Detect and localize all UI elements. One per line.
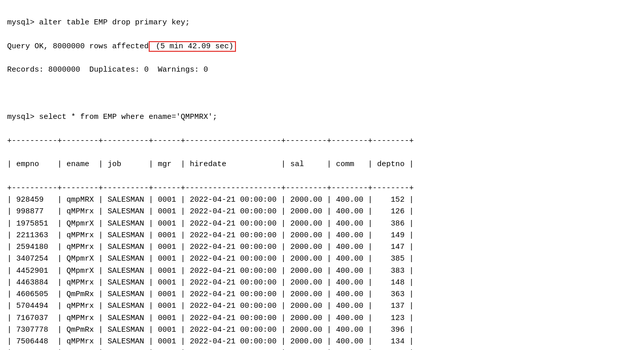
table-row: | 7307778 | QmPmRx | SALESMAN | 0001 | 2… xyxy=(7,326,414,334)
separator-header: +----------+--------+----------+------+-… xyxy=(7,184,414,193)
table-row: | 4463884 | qMPMrx | SALESMAN | 0001 | 2… xyxy=(7,278,414,287)
table-rows: | 928459 | qmpMRX | SALESMAN | 0001 | 20… xyxy=(7,194,637,350)
table-row: | 998877 | qMPMrx | SALESMAN | 0001 | 20… xyxy=(7,207,414,216)
table-row: | 5704494 | qMPMrx | SALESMAN | 0001 | 2… xyxy=(7,302,414,310)
highlight-timing: (5 min 42.09 sec) xyxy=(149,41,236,52)
table-row: | 2594180 | qMPMrx | SALESMAN | 0001 | 2… xyxy=(7,243,414,251)
table-row: | 7506448 | qMPMrx | SALESMAN | 0001 | 2… xyxy=(7,337,414,346)
line-records: Records: 8000000 Duplicates: 0 Warnings:… xyxy=(7,66,208,74)
table-row: | 4452901 | QMpmrX | SALESMAN | 0001 | 2… xyxy=(7,267,414,275)
line-select: mysql> select * from EMP where ename='QM… xyxy=(7,113,217,121)
table-row: | 928459 | qmpMRX | SALESMAN | 0001 | 20… xyxy=(7,196,414,204)
table-row: | 1975851 | QMpmrX | SALESMAN | 0001 | 2… xyxy=(7,219,414,228)
terminal-output: mysql> alter table EMP drop primary key;… xyxy=(7,5,637,194)
separator-top: +----------+--------+----------+------+-… xyxy=(7,137,414,145)
table-header: | empno | ename | job | mgr | hiredate |… xyxy=(7,160,414,169)
table-row: | 4606505 | QmPmRx | SALESMAN | 0001 | 2… xyxy=(7,290,414,299)
line-alter: mysql> alter table EMP drop primary key; xyxy=(7,18,190,27)
table-row: | 3407254 | QMpmrX | SALESMAN | 0001 | 2… xyxy=(7,254,414,263)
table-row: | 7167037 | qMPMrx | SALESMAN | 0001 | 2… xyxy=(7,314,414,323)
line-query-ok-prefix: Query OK, 8000000 rows affected xyxy=(7,42,149,51)
table-row: | 2211363 | qMPMrx | SALESMAN | 0001 | 2… xyxy=(7,231,414,240)
